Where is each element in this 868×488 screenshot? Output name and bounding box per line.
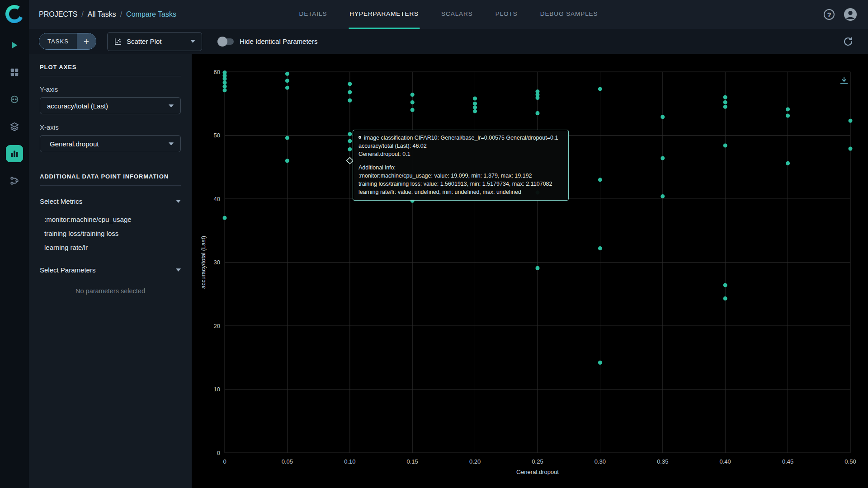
toggle-track[interactable] [217, 38, 234, 45]
datasets-icon[interactable] [6, 118, 23, 135]
breadcrumb: PROJECTS / All Tasks / Compare Tasks [39, 10, 176, 19]
svg-text:0.30: 0.30 [594, 458, 606, 465]
metric-item[interactable]: training loss/training loss [40, 226, 181, 240]
breadcrumb-all-tasks[interactable]: All Tasks [88, 10, 116, 19]
tooltip-additional-line: training loss/training loss: value: 1.56… [359, 180, 563, 188]
select-parameters-dropdown[interactable]: Select Parameters [40, 266, 181, 274]
experiments-icon[interactable] [6, 145, 23, 162]
breadcrumb-separator: / [81, 10, 83, 19]
tooltip-title: image classification CIFAR10: General/ba… [364, 134, 558, 142]
divider [40, 76, 181, 76]
workers-icon[interactable] [6, 91, 23, 108]
breadcrumb-projects[interactable]: PROJECTS [39, 10, 77, 19]
x-axis-value: General.dropout [47, 140, 169, 148]
toggle-knob[interactable] [217, 37, 227, 47]
additional-info-title: ADDITIONAL DATA POINT INFORMATION [40, 173, 181, 180]
plot-type-value: Scatter Plot [127, 38, 186, 45]
tooltip-marker-icon [359, 136, 361, 139]
y-axis-value: accuracy/total (Last) [47, 102, 169, 110]
svg-text:0: 0 [217, 450, 220, 456]
download-plot-icon[interactable] [839, 75, 849, 85]
svg-text:0.20: 0.20 [469, 458, 481, 465]
refresh-icon[interactable] [843, 36, 854, 47]
svg-text:0.40: 0.40 [720, 458, 731, 465]
plot-settings-panel: PLOT AXES Y-axis accuracy/total (Last) X… [29, 54, 192, 488]
tab-details[interactable]: DETAILS [298, 0, 328, 29]
tab-plots[interactable]: PLOTS [495, 0, 519, 29]
svg-text:accuracy/total (Last): accuracy/total (Last) [200, 236, 207, 289]
scatter-plot-svg[interactable]: 00.050.100.150.200.250.300.350.400.450.5… [192, 54, 868, 488]
plot-type-select[interactable]: Scatter Plot [107, 32, 202, 51]
divider [40, 185, 181, 186]
svg-text:0.45: 0.45 [782, 458, 793, 465]
plot-axes-title: PLOT AXES [40, 64, 181, 70]
getting-started-icon[interactable] [6, 37, 23, 54]
svg-text:30: 30 [214, 259, 220, 266]
header-tabs: DETAILS HYPERPARAMETERS SCALARS PLOTS DE… [298, 0, 599, 29]
y-axis-label: Y-axis [40, 85, 181, 93]
scatter-plot-icon [114, 38, 122, 46]
svg-text:20: 20 [214, 323, 220, 329]
hide-identical-toggle[interactable]: Hide Identical Parameters [217, 38, 318, 45]
tooltip-additional-line: :monitor:machine/cpu_usage: value: 19.09… [359, 172, 563, 180]
selected-metrics-list: :monitor:machine/cpu_usage training loss… [40, 212, 181, 254]
tasks-button-label: TASKS [39, 33, 77, 49]
tooltip-additional-line: learning rate/lr: value: undefined, min:… [359, 188, 563, 197]
clearml-logo[interactable] [5, 4, 24, 24]
svg-text:60: 60 [214, 69, 220, 75]
metric-item[interactable]: :monitor:machine/cpu_usage [40, 212, 181, 226]
tab-debug-samples[interactable]: DEBUG SAMPLES [539, 0, 599, 29]
x-axis-select[interactable]: General.dropout [40, 135, 181, 152]
svg-text:0: 0 [223, 458, 226, 465]
svg-text:0.35: 0.35 [657, 458, 668, 465]
select-metrics-label: Select Metrics [40, 197, 82, 205]
svg-text:50: 50 [214, 132, 220, 139]
tab-scalars[interactable]: SCALARS [440, 0, 474, 29]
breadcrumb-separator: / [120, 10, 122, 19]
y-axis-select[interactable]: accuracy/total (Last) [40, 97, 181, 114]
projects-icon[interactable] [6, 64, 23, 81]
tooltip-param-line: General.dropout: 0.1 [359, 150, 563, 159]
tooltip-additional-title: Additional info: [359, 164, 563, 172]
chevron-down-icon [169, 142, 174, 145]
top-header: PROJECTS / All Tasks / Compare Tasks DET… [29, 0, 868, 29]
metric-item[interactable]: learning rate/lr [40, 240, 181, 254]
breadcrumb-compare-tasks[interactable]: Compare Tasks [126, 10, 176, 19]
tasks-button[interactable]: TASKS + [39, 33, 96, 50]
help-icon[interactable]: ? [824, 9, 835, 20]
svg-text:0.05: 0.05 [282, 458, 293, 465]
chevron-down-icon [169, 104, 174, 108]
user-avatar[interactable] [844, 8, 857, 21]
svg-text:0.15: 0.15 [407, 458, 418, 465]
scatter-plot-area[interactable]: 00.050.100.150.200.250.300.350.400.450.5… [192, 54, 868, 488]
hide-identical-label: Hide Identical Parameters [240, 38, 318, 45]
add-task-button[interactable]: + [77, 33, 96, 49]
compare-toolbar: TASKS + Scatter Plot Hide Identical Para… [29, 29, 868, 54]
svg-text:0.10: 0.10 [344, 458, 355, 465]
no-parameters-text: No parameters selected [40, 287, 181, 295]
x-axis-label: X-axis [40, 123, 181, 131]
svg-text:40: 40 [214, 196, 220, 202]
chevron-down-icon [176, 200, 181, 203]
svg-text:0.50: 0.50 [844, 458, 856, 465]
svg-text:0.25: 0.25 [532, 458, 543, 465]
pipelines-icon[interactable] [6, 172, 23, 189]
chevron-down-icon [176, 268, 181, 272]
nav-rail [0, 0, 29, 488]
tab-hyperparameters[interactable]: HYPERPARAMETERS [349, 0, 420, 29]
svg-text:General.dropout: General.dropout [516, 469, 559, 475]
tooltip-metric-line: accuracy/total (Last): 46.02 [359, 142, 563, 150]
select-metrics-dropdown[interactable]: Select Metrics [40, 197, 181, 205]
chevron-down-icon [190, 40, 195, 43]
datapoint-tooltip: image classification CIFAR10: General/ba… [353, 130, 569, 201]
select-parameters-label: Select Parameters [40, 266, 95, 274]
svg-text:10: 10 [214, 386, 220, 393]
